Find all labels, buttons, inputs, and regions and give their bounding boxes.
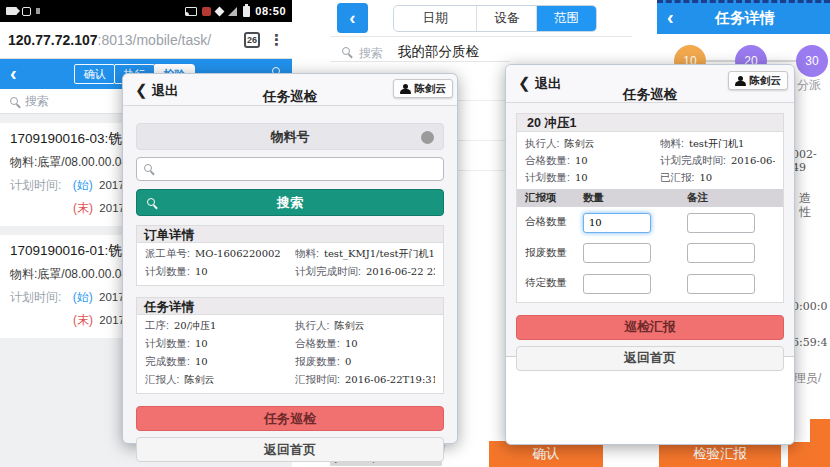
field-label: 汇报人: [145, 373, 179, 385]
tab-count-button[interactable]: 26 [244, 32, 260, 48]
back-icon[interactable]: ‹ [667, 7, 674, 27]
scrap-quantity-input[interactable] [583, 243, 651, 263]
field-value: 陈剑云 [184, 374, 214, 385]
return-home-button[interactable]: 返回首页 [136, 437, 444, 462]
end-tag: (末) [73, 313, 93, 327]
field-label: 计划完成时间: [660, 154, 726, 166]
right-app-header: ‹ 任务详情 [657, 0, 830, 34]
table-row: 报废数量 [517, 238, 783, 269]
tab-scope[interactable]: 范围 [537, 6, 596, 31]
qualified-note-input[interactable] [687, 213, 755, 233]
tab-device[interactable]: 设备 [477, 6, 537, 31]
search-button[interactable]: 搜索 [136, 189, 444, 216]
field-value: 2016-06-22 [731, 155, 775, 166]
search-icon [147, 198, 155, 206]
url-host[interactable]: 120.77.72.107 [8, 32, 98, 48]
field-label: 物料: [660, 137, 684, 149]
return-home-button[interactable]: 返回首页 [516, 346, 784, 371]
order-details-card: 订单详情 派工单号:MO-1606220002 物料:test_KMJ1/tes… [136, 225, 444, 286]
row-label: 待定数量 [525, 276, 583, 290]
filter-option-my-partial-inspection[interactable]: 我的部分质检 [398, 43, 479, 61]
field-label: 合格数量: [525, 154, 570, 166]
background-text-fragment: 0:00:0 [792, 300, 827, 313]
field-value: 10 [345, 338, 358, 349]
task-inspection-dialog: ❮退出 任务巡检 陈剑云 物料号 搜索 订单详情 [122, 73, 458, 444]
background-text-fragment: 6:59:4 [792, 336, 827, 349]
browser-url-bar[interactable]: 120.77.72.107 :8013/mobile/task/ 26 ⋮ [0, 22, 292, 59]
column-header: 汇报项 [525, 191, 583, 205]
task-inspection-button[interactable]: 任务巡检 [136, 406, 444, 431]
column-header: 数量 [583, 191, 687, 205]
section-title: 订单详情 [137, 226, 443, 243]
background-text-fragment: 002-49 [792, 148, 830, 174]
field-label: 汇报时间: [295, 373, 340, 385]
battery-icon [243, 6, 250, 17]
workflow-step-30[interactable]: 30 [796, 45, 828, 77]
partial-orange-button[interactable] [788, 442, 830, 467]
page-title: 任务详情 [715, 9, 789, 28]
filter-tabs: 日期 设备 范围 [393, 5, 597, 32]
field-label: 合格数量: [295, 337, 340, 349]
url-path[interactable]: :8013/mobile/task/ [98, 32, 212, 48]
start-tag: (始) [73, 178, 93, 192]
field-value: 0 [345, 356, 351, 367]
pending-note-input[interactable] [687, 274, 755, 294]
start-tag: (始) [73, 290, 93, 304]
step-caption: 分派 [797, 77, 821, 94]
column-header: 备注 [687, 191, 775, 205]
app-notification-icon [202, 7, 211, 16]
search-icon[interactable] [342, 47, 350, 55]
field-value: 10 [699, 172, 712, 183]
back-icon[interactable]: ‹ [10, 63, 17, 83]
status-time: 08:50 [255, 5, 286, 17]
field-label: 报废数量: [295, 355, 340, 367]
field-value: 10 [195, 356, 208, 367]
inspection-report-dialog: ❮退出 任务巡检 陈剑云 20 冲压1 执行人:陈剑云 物料:test开门机1 … [505, 64, 795, 445]
field-value: test开门机1 [689, 138, 744, 149]
search-placeholder[interactable]: 搜索 [359, 45, 383, 62]
field-label: 计划完成时间: [295, 265, 361, 277]
search-icon [144, 164, 152, 172]
android-status-bar: 08:50 [0, 0, 292, 22]
notification-icon [36, 8, 40, 14]
material-search-input[interactable] [136, 157, 444, 181]
field-value: 陈剑云 [334, 320, 364, 331]
table-row: 待定数量 [517, 268, 783, 302]
inspection-report-button[interactable]: 巡检汇报 [516, 315, 784, 340]
field-value: 20/冲压1 [174, 320, 216, 331]
scrap-note-input[interactable] [687, 243, 755, 263]
task-details-card: 任务详情 工序:20/冲压1 执行人:陈剑云 计划数量:10 合格数量:10 完… [136, 297, 444, 394]
tab-confirm[interactable]: 确认 [74, 64, 115, 84]
signal-icon [228, 7, 237, 16]
tab-date[interactable]: 日期 [394, 6, 477, 31]
vpn-icon [215, 6, 225, 16]
field-label: 完成数量: [145, 355, 190, 367]
field-value: 10 [195, 338, 208, 349]
background-text-fragment: 理员/ [794, 370, 821, 387]
field-label: 派工单号: [145, 247, 190, 259]
qualified-quantity-input[interactable] [583, 213, 651, 233]
user-button[interactable]: 陈剑云 [728, 71, 789, 90]
field-value: 2016-06-22 23:59 [366, 266, 435, 277]
field-label: 计划数量: [145, 337, 190, 349]
back-button[interactable]: ‹ [337, 3, 368, 33]
field-value: 2016-06-22T19:31:38 [345, 374, 435, 385]
screenshot-icon [22, 7, 31, 16]
radio-indicator-icon [421, 131, 434, 144]
screenshot-canvas: 08:50 120.77.72.107 :8013/mobile/task/ 2… [0, 0, 830, 467]
plan-time-label: 计划时间: [10, 290, 61, 304]
field-label: 物料: [295, 247, 319, 259]
field-value: 10 [575, 172, 588, 183]
overflow-menu-icon[interactable]: ⋮ [269, 32, 284, 48]
plan-time-label: 计划时间: [10, 178, 61, 192]
material-number-selector[interactable]: 物料号 [136, 123, 444, 150]
field-label: 执行人: [295, 319, 329, 331]
pending-quantity-input[interactable] [583, 274, 651, 294]
field-label: 计划数量: [145, 265, 190, 277]
search-placeholder: 搜索 [25, 93, 49, 110]
dialog-header: ❮退出 任务巡检 陈剑云 [506, 65, 794, 103]
person-icon [400, 84, 411, 94]
section-title: 20 冲压1 [517, 114, 783, 132]
person-icon [735, 76, 746, 86]
user-button[interactable]: 陈剑云 [393, 79, 454, 98]
